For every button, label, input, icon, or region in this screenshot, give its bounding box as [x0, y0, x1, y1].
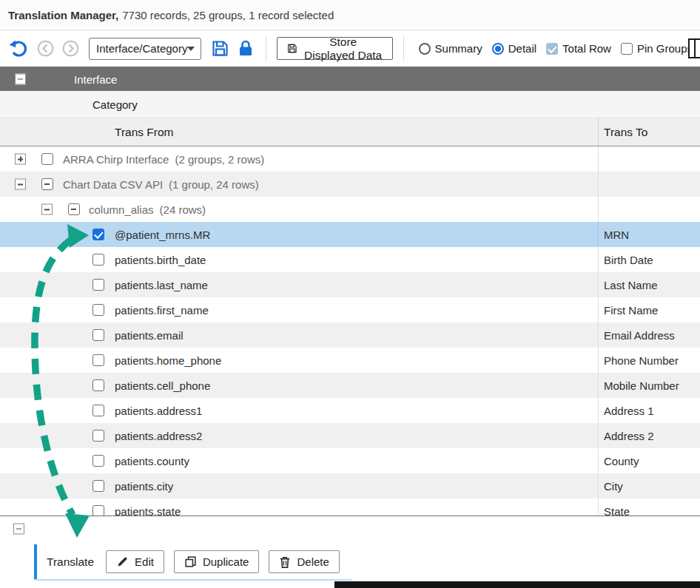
translation-row[interactable]: patients.address2 Address 2 [0, 423, 700, 448]
translation-row[interactable]: patients.birth_date Birth Date [0, 247, 700, 272]
detail-panel-header [0, 516, 700, 541]
lock-icon [238, 39, 254, 58]
trans-to-cell: Mobile Number [604, 379, 679, 392]
translation-row[interactable]: patients.address1 Address 1 [0, 398, 700, 423]
summary-radio[interactable]: Summary [419, 42, 482, 55]
view-mode-select[interactable]: Interface/Category [89, 38, 201, 60]
checkbox-checked-icon [546, 43, 558, 55]
group-row-arra-chirp-interface[interactable]: ARRA Chirp Interface(2 groups, 2 rows) [0, 146, 700, 172]
trans-to-column-header[interactable]: Trans To [604, 126, 647, 139]
collapse-all-icon[interactable] [15, 73, 26, 84]
column-header-row: Trans From Trans To [0, 118, 700, 146]
group-checkbox-indeterminate[interactable] [41, 178, 53, 190]
trans-from-cell: patients.birth_date [115, 254, 206, 266]
trans-to-cell: MRN [604, 229, 629, 241]
collapse-detail-panel-icon[interactable] [13, 523, 24, 534]
category-group-band: Category [0, 91, 700, 118]
pin-groups-label: Pin Groups [637, 42, 693, 55]
detail-radio[interactable]: Detail [492, 42, 536, 55]
translation-row[interactable]: @patient_mrns.MR MRN [0, 222, 700, 247]
category-band-label: Category [92, 98, 138, 111]
radio-icon [419, 43, 431, 55]
toolbar-separator [403, 36, 404, 61]
grid-panel-icon[interactable] [688, 38, 700, 58]
app-title: Translation Manager, [8, 9, 118, 21]
row-checkbox[interactable] [92, 304, 104, 316]
row-checkbox[interactable] [92, 379, 104, 391]
trans-to-cell: State [604, 505, 630, 516]
trans-to-cell: Email Address [604, 329, 675, 342]
summary-radio-label: Summary [435, 42, 482, 55]
trans-from-cell: patients.cell_phone [115, 379, 210, 392]
row-checkbox[interactable] [92, 455, 104, 467]
back-button[interactable] [36, 38, 55, 58]
group-row-chart-data-csv-api[interactable]: Chart Data CSV API(1 group, 24 rows) [0, 172, 700, 197]
row-checkbox[interactable] [92, 430, 104, 442]
trans-to-cell: Phone Number [604, 354, 679, 367]
group-label: Chart Data CSV API(1 group, 24 rows) [63, 178, 259, 191]
forward-button[interactable] [61, 38, 81, 58]
trans-from-cell: patients.state [115, 505, 181, 516]
row-checkbox[interactable] [92, 505, 104, 516]
save-icon [211, 39, 229, 58]
translation-row[interactable]: patients.state State [0, 499, 700, 516]
interface-group-band: Interface [0, 67, 700, 91]
pin-groups-checkbox[interactable]: Pin Groups [621, 42, 693, 55]
store-displayed-data-button[interactable]: Store Displayed Data [277, 37, 393, 60]
view-mode-value: Interface/Category [96, 42, 187, 55]
duplicate-button[interactable]: Duplicate [174, 550, 260, 573]
translation-row[interactable]: patients.county County [0, 448, 700, 473]
delete-button[interactable]: Delete [269, 550, 339, 573]
row-checkbox[interactable] [92, 405, 104, 416]
row-checkbox[interactable] [92, 354, 104, 366]
title-bar: Translation Manager, 7730 records, 25 gr… [0, 0, 700, 30]
translation-row[interactable]: patients.last_name Last Name [0, 272, 700, 297]
group-checkbox-indeterminate[interactable] [68, 203, 80, 215]
total-row-label: Total Row [562, 42, 611, 55]
trans-from-column-header[interactable]: Trans From [115, 126, 174, 139]
translate-panel: Translate Edit Duplicate Delete [34, 544, 351, 581]
row-checkbox[interactable] [92, 480, 104, 492]
trans-to-cell: Address 1 [604, 405, 654, 417]
trans-from-cell: patients.first_name [115, 304, 209, 317]
translate-panel-label: Translate [47, 555, 94, 569]
trans-from-cell: patients.email [115, 329, 184, 342]
group-label: ARRA Chirp Interface(2 groups, 2 rows) [63, 153, 264, 166]
trans-from-cell: patients.last_name [115, 279, 208, 291]
store-button-label: Store Displayed Data [304, 36, 383, 62]
group-name: Chart Data CSV API [63, 178, 163, 191]
row-checkbox[interactable] [92, 254, 104, 266]
interface-band-label: Interface [74, 72, 117, 85]
translation-row[interactable]: patients.home_phone Phone Number [0, 348, 700, 373]
expand-icon[interactable] [15, 154, 26, 165]
panel-accent-bar [34, 544, 37, 579]
toolbar-separator [266, 36, 266, 61]
duplicate-button-label: Duplicate [203, 555, 249, 568]
edit-button[interactable]: Edit [106, 550, 164, 573]
collapse-icon[interactable] [15, 179, 26, 190]
translation-row[interactable]: patients.cell_phone Mobile Number [0, 373, 700, 398]
forward-icon [62, 40, 79, 57]
total-row-checkbox[interactable]: Total Row [546, 42, 611, 55]
checkbox-icon [621, 43, 633, 55]
save-button[interactable] [209, 38, 231, 59]
group-meta: (2 groups, 2 rows) [175, 153, 264, 166]
collapse-icon[interactable] [41, 204, 53, 215]
grid-body: ARRA Chirp Interface(2 groups, 2 rows) C… [0, 146, 700, 516]
group-row-column-alias[interactable]: column_alias(24 rows) [0, 197, 700, 222]
translation-row[interactable]: patients.email Email Address [0, 322, 700, 348]
detail-radio-label: Detail [508, 42, 536, 55]
translation-row[interactable]: patients.city City [0, 473, 700, 499]
group-label: column_alias(24 rows) [89, 203, 206, 216]
lock-button[interactable] [236, 38, 255, 59]
undo-button[interactable] [7, 38, 30, 60]
translation-row[interactable]: patients.first_name First Name [0, 297, 700, 322]
chevron-down-icon [187, 47, 195, 51]
trans-from-cell: patients.county [115, 455, 189, 467]
trans-to-cell: Address 2 [604, 430, 654, 442]
row-checkbox[interactable] [92, 279, 104, 291]
group-checkbox[interactable] [41, 153, 53, 165]
group-name: column_alias [89, 203, 154, 216]
row-checkbox[interactable] [92, 329, 104, 341]
row-checkbox[interactable] [92, 229, 104, 240]
